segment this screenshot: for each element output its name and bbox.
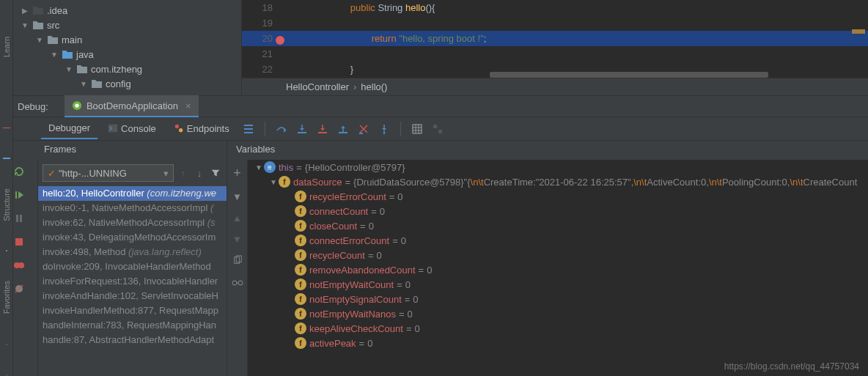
- force-step-into-icon[interactable]: [314, 120, 331, 138]
- frame-list[interactable]: hello:20, HelloController (com.itzheng.w…: [38, 186, 227, 376]
- trace-icon[interactable]: [429, 120, 446, 138]
- var-field[interactable]: fnotEmptySignalCount = 0: [248, 292, 868, 306]
- variables-header: Variables: [227, 141, 275, 160]
- stop-icon[interactable]: [12, 235, 26, 249]
- breadcrumb-class[interactable]: HelloController: [286, 81, 349, 92]
- resume-icon[interactable]: [12, 188, 26, 202]
- tree-item[interactable]: ▼java: [0, 47, 241, 62]
- editor-horizontal-scrollbar[interactable]: [490, 72, 768, 78]
- thread-selector[interactable]: ✓ "http-...UNNING ▾: [43, 164, 174, 182]
- threads-icon[interactable]: [240, 120, 257, 138]
- scroll-down-icon[interactable]: ▼: [232, 234, 242, 245]
- layout-icon[interactable]: [3, 158, 10, 159]
- collapse-arrow-icon[interactable]: ▼: [254, 163, 264, 172]
- var-field[interactable]: frecycleCount = 0: [248, 248, 868, 262]
- stack-frame[interactable]: invoke:62, NativeMethodAccessorImpl (s: [38, 215, 227, 230]
- tree-arrow-icon[interactable]: ▼: [50, 51, 59, 59]
- stack-frame[interactable]: invoke0:-1, NativeMethodAccessorImpl (: [38, 201, 227, 215]
- project-tree[interactable]: ▶.idea▼src▼main▼java▼com.itzheng▼config: [0, 0, 242, 95]
- stack-frame[interactable]: invokeHandlerMethod:877, RequestMapp: [38, 303, 227, 318]
- tree-item[interactable]: ▼main: [0, 32, 241, 47]
- tree-label: .idea: [47, 5, 67, 16]
- line-number: 20: [242, 33, 286, 44]
- favorites-tab[interactable]: Favorites: [2, 281, 11, 314]
- evaluate-icon[interactable]: [408, 120, 426, 138]
- stack-frame[interactable]: hello:20, HelloController (com.itzheng.w…: [38, 186, 227, 201]
- camera-icon[interactable]: [1, 250, 12, 251]
- console-tab[interactable]: Console: [100, 119, 163, 139]
- stack-frame[interactable]: invoke:498, Method (java.lang.reflect): [38, 245, 227, 259]
- step-into-icon[interactable]: [293, 120, 311, 138]
- pause-icon[interactable]: [12, 211, 26, 226]
- variables-panel[interactable]: ▼ ≡ this = {HelloController@5797} ▼ f da…: [248, 160, 868, 376]
- var-field[interactable]: factivePeak = 0: [248, 336, 868, 350]
- field-icon: f: [295, 308, 306, 320]
- code-line[interactable]: 20 return "hello, spring boot !";: [242, 31, 868, 46]
- tree-item[interactable]: ▼config: [0, 76, 241, 91]
- breadcrumb-separator: ›: [353, 81, 356, 92]
- close-icon[interactable]: ×: [185, 100, 191, 111]
- debugger-tab[interactable]: Debugger: [41, 118, 98, 139]
- run-to-cursor-icon[interactable]: [375, 120, 393, 138]
- var-field[interactable]: fnotEmptyWaitNanos = 0: [248, 306, 868, 321]
- stack-frame[interactable]: handleInternal:783, RequestMappingHan: [38, 318, 227, 333]
- next-frame-icon[interactable]: ↓: [193, 166, 206, 180]
- stack-frame[interactable]: invoke:43, DelegatingMethodAccessorIm: [38, 230, 227, 245]
- var-field[interactable]: fkeepAliveCheckCount = 0: [248, 321, 868, 336]
- drop-frame-icon[interactable]: [355, 120, 372, 138]
- breakpoint-icon[interactable]: [276, 36, 284, 45]
- code-line[interactable]: 21: [242, 46, 868, 62]
- expand-icon[interactable]: ▼: [232, 191, 242, 202]
- var-field[interactable]: fnotEmptyWaitCount = 0: [248, 277, 868, 292]
- view-breakpoints-icon[interactable]: [12, 258, 26, 273]
- scroll-up-icon[interactable]: ▲: [232, 213, 242, 224]
- copy-icon[interactable]: [232, 255, 243, 268]
- glasses-icon[interactable]: [232, 278, 243, 289]
- var-this[interactable]: ▼ ≡ this = {HelloController@5797}: [248, 160, 868, 174]
- settings-gear-icon[interactable]: [1, 344, 12, 345]
- var-field[interactable]: fconnectCount = 0: [248, 204, 868, 218]
- prev-frame-icon[interactable]: ↑: [177, 166, 190, 180]
- learn-tab[interactable]: Learn: [2, 37, 11, 57]
- stack-frame[interactable]: handle:87, AbstractHandlerMethodAdapt: [38, 333, 227, 347]
- var-field[interactable]: fconnectErrorCount = 0: [248, 233, 868, 248]
- tree-arrow-icon[interactable]: ▼: [65, 65, 73, 73]
- stack-frame[interactable]: doInvoke:209, InvocableHandlerMethod: [38, 259, 227, 274]
- stop-square-icon[interactable]: [3, 128, 10, 129]
- filter-icon[interactable]: [209, 166, 222, 180]
- tree-item[interactable]: ▼src: [0, 18, 241, 32]
- code-line[interactable]: 19: [242, 15, 868, 31]
- tree-item[interactable]: ▶.idea: [0, 3, 241, 18]
- breadcrumb-method[interactable]: hello(): [361, 81, 387, 92]
- code-editor[interactable]: 18 public String hello(){1920 return "he…: [242, 0, 868, 95]
- tree-arrow-icon[interactable]: ▼: [79, 80, 88, 88]
- collapse-arrow-icon[interactable]: ▼: [268, 178, 279, 186]
- step-over-icon[interactable]: [273, 120, 290, 138]
- minimap-marker[interactable]: [852, 29, 865, 34]
- code-line[interactable]: 18 public String hello(){: [242, 0, 868, 15]
- rerun-icon[interactable]: [12, 164, 26, 179]
- field-icon: f: [295, 235, 306, 246]
- var-field[interactable]: frecycleErrorCount = 0: [248, 189, 868, 204]
- tree-arrow-icon[interactable]: ▼: [21, 21, 29, 29]
- endpoints-tab[interactable]: Endpoints: [166, 119, 237, 139]
- structure-tab[interactable]: Structure: [2, 188, 11, 221]
- var-field[interactable]: fremoveAbandonedCount = 0: [248, 262, 868, 277]
- var-field[interactable]: fcloseCount = 0: [248, 218, 868, 233]
- mute-breakpoints-icon[interactable]: [12, 281, 26, 296]
- tree-arrow-icon[interactable]: ▼: [35, 36, 44, 44]
- step-out-icon[interactable]: [334, 120, 352, 138]
- svg-rect-14: [433, 125, 437, 128]
- debug-title: Debug:: [18, 101, 48, 112]
- editor-breadcrumb[interactable]: HelloController › hello(): [242, 78, 868, 95]
- svg-point-6: [175, 125, 179, 128]
- tree-arrow-icon[interactable]: ▶: [21, 7, 29, 15]
- stack-frame[interactable]: invokeForRequest:136, InvocableHandler: [38, 274, 227, 289]
- tree-item[interactable]: ▼com.itzheng: [0, 62, 241, 76]
- svg-point-1: [6, 251, 7, 251]
- line-number: 18: [242, 2, 286, 13]
- var-datasource[interactable]: ▼ f dataSource = {DruidDataSource@5798} …: [248, 174, 868, 189]
- add-watch-icon[interactable]: +: [233, 166, 241, 181]
- debug-config-tab[interactable]: BootDemoApplication ×: [65, 95, 199, 117]
- stack-frame[interactable]: invokeAndHandle:102, ServletInvocableH: [38, 289, 227, 303]
